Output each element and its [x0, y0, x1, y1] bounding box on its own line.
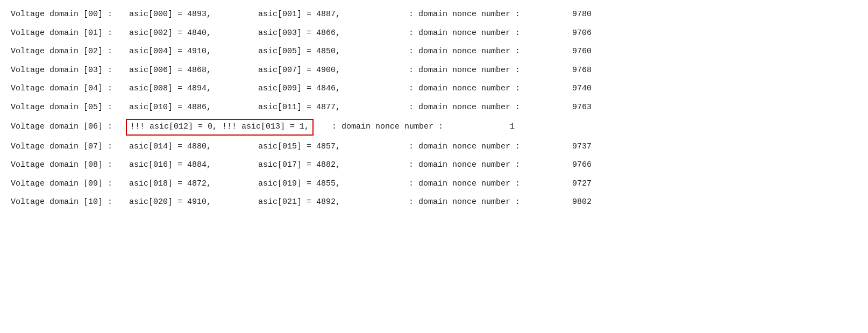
nonce-value: 9763	[549, 102, 592, 114]
nonce-value: 9740	[549, 83, 592, 95]
log-row: Voltage domain [09] :asic[018] = 4872,as…	[11, 175, 857, 194]
nonce-label: : domain nonce number :	[409, 46, 549, 58]
log-row: Voltage domain [04] :asic[008] = 4894,as…	[11, 80, 857, 98]
asic2-text: asic[003] = 4866,	[258, 27, 387, 40]
domain-label: Voltage domain [08] :	[11, 159, 129, 172]
log-row: Voltage domain [00] :asic[000] = 4893,as…	[11, 5, 857, 24]
nonce-label: : domain nonce number :	[409, 102, 549, 114]
asic2-error-text: !!! asic[013] = 1,	[222, 122, 309, 131]
asic1-text: asic[004] = 4910,	[129, 46, 258, 58]
asic2-text: asic[017] = 4882,	[258, 159, 387, 172]
error-highlight-box: !!! asic[012] = 0, !!! asic[013] = 1,	[126, 119, 314, 136]
domain-label: Voltage domain [03] :	[11, 65, 129, 77]
asic1-text: asic[020] = 4910,	[129, 196, 258, 209]
log-row: Voltage domain [03] :asic[006] = 4868,as…	[11, 61, 857, 80]
domain-label: Voltage domain [10] :	[11, 196, 129, 209]
asic1-text: asic[010] = 4886,	[129, 102, 258, 114]
asic1-text: asic[006] = 4868,	[129, 65, 258, 77]
log-row: Voltage domain [05] :asic[010] = 4886,as…	[11, 98, 857, 117]
domain-label: Voltage domain [00] :	[11, 9, 129, 21]
asic2-text: asic[011] = 4877,	[258, 102, 387, 114]
asic2-text: asic[001] = 4887,	[258, 9, 387, 21]
asic2-text: asic[019] = 4855,	[258, 178, 387, 190]
nonce-label: : domain nonce number :	[409, 141, 549, 153]
nonce-value: 1	[472, 121, 515, 133]
domain-label: Voltage domain [09] :	[11, 178, 129, 190]
asic1-text: asic[016] = 4884,	[129, 159, 258, 172]
nonce-label: : domain nonce number :	[409, 178, 549, 190]
log-row: Voltage domain [10] :asic[020] = 4910,as…	[11, 193, 857, 212]
nonce-value: 9768	[549, 65, 592, 77]
nonce-label: : domain nonce number :	[409, 65, 549, 77]
asic1-text: asic[002] = 4840,	[129, 27, 258, 40]
domain-label: Voltage domain [04] :	[11, 83, 129, 95]
asic1-text: asic[014] = 4880,	[129, 141, 258, 153]
asic1-error-text: !!! asic[012] = 0,	[130, 122, 217, 131]
domain-label: Voltage domain [01] :	[11, 27, 129, 40]
asic1-text: asic[008] = 4894,	[129, 83, 258, 95]
nonce-value: 9802	[549, 196, 592, 209]
log-row: Voltage domain [01] :asic[002] = 4840,as…	[11, 24, 857, 43]
asic2-text: asic[015] = 4857,	[258, 141, 387, 153]
nonce-value: 9780	[549, 9, 592, 21]
domain-label: Voltage domain [05] :	[11, 102, 129, 114]
log-row: Voltage domain [06] :!!! asic[012] = 0, …	[11, 117, 857, 138]
nonce-label: : domain nonce number :	[332, 121, 472, 133]
nonce-value: 9737	[549, 141, 592, 153]
asic2-text: asic[007] = 4900,	[258, 65, 387, 77]
domain-label: Voltage domain [06] :	[11, 121, 129, 133]
nonce-label: : domain nonce number :	[409, 27, 549, 40]
nonce-label: : domain nonce number :	[409, 159, 549, 172]
log-row: Voltage domain [02] :asic[004] = 4910,as…	[11, 42, 857, 61]
nonce-value: 9766	[549, 159, 592, 172]
asic2-text: asic[005] = 4850,	[258, 46, 387, 58]
asic1-text: asic[018] = 4872,	[129, 178, 258, 190]
asic1-text: asic[000] = 4893,	[129, 9, 258, 21]
nonce-label: : domain nonce number :	[409, 196, 549, 209]
domain-label: Voltage domain [02] :	[11, 46, 129, 58]
nonce-value: 9760	[549, 46, 592, 58]
log-row: Voltage domain [07] :asic[014] = 4880,as…	[11, 138, 857, 157]
asic2-text: asic[021] = 4892,	[258, 196, 387, 209]
nonce-value: 9727	[549, 178, 592, 190]
domain-label: Voltage domain [07] :	[11, 141, 129, 153]
nonce-label: : domain nonce number :	[409, 83, 549, 95]
nonce-label: : domain nonce number :	[409, 9, 549, 21]
log-row: Voltage domain [08] :asic[016] = 4884,as…	[11, 156, 857, 175]
asic2-text: asic[009] = 4846,	[258, 83, 387, 95]
log-container: Voltage domain [00] :asic[000] = 4893,as…	[11, 5, 857, 212]
nonce-value: 9706	[549, 27, 592, 40]
